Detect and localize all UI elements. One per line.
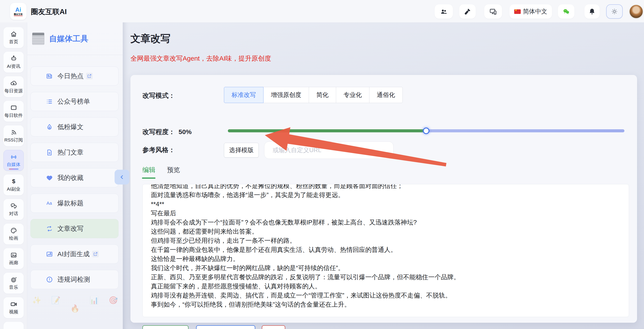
tool-item-viral-titles[interactable]: Aa 爆款标题: [30, 194, 118, 213]
sidebar-collapse-button[interactable]: [114, 170, 129, 185]
clean-button[interactable]: [459, 4, 476, 19]
editor-line: 面对流量诱惑和市场嘈杂，他选择“退一步”，其实是为了能走得更远。: [151, 190, 620, 200]
sidebar-item-label: 每日软件: [4, 112, 23, 118]
newspaper-icon: [46, 73, 53, 80]
dollar-icon: $: [10, 178, 17, 185]
sidebar-item-label: 对话: [9, 211, 18, 217]
sidebar-item-label: 音乐: [9, 284, 18, 290]
editor-line: 鸡排哥会不会成为下一个“拉面哥”？会不会也像无数草根IP那样，被架上高台、又迅速…: [151, 218, 620, 227]
tool-item-label: 爆款标题: [58, 199, 84, 208]
sidebar-item-label: 画廊: [9, 260, 18, 266]
notifications-button[interactable]: [584, 4, 600, 19]
devices-button[interactable]: [484, 4, 502, 19]
cn-flag-icon: [514, 9, 521, 14]
logo-ai-text: Ai: [16, 7, 21, 13]
app-title: 圈友互联AI: [31, 7, 67, 17]
sidebar-item-gallery[interactable]: 画廊: [4, 248, 24, 269]
chevron-left-icon: [119, 174, 125, 180]
style-label: 参考风格：: [142, 146, 175, 154]
editor-line: 正新、西贝、乃至更多明星代言餐饮品牌的跌宕，反复说明了：流量可以引爆一个品牌，但…: [151, 273, 620, 282]
sidebar-item-daily-resources[interactable]: 每日资源: [4, 76, 24, 97]
music-disc-icon: [10, 276, 17, 283]
wechat-icon: [562, 8, 570, 15]
slider-thumb[interactable]: [423, 128, 430, 134]
tool-item-ai-cover[interactable]: AI封面生成: [30, 245, 118, 264]
tool-item-my-favorites[interactable]: 我的收藏: [30, 168, 118, 187]
sidebar-item-label: 每日资源: [4, 88, 23, 94]
custom-url-input[interactable]: [264, 141, 394, 159]
logo-sub-text: 圈友互联: [14, 13, 22, 16]
droplet-icon: [46, 123, 53, 131]
fire-emoji: 🔥: [70, 304, 80, 313]
sidebar-item-label: 绘画: [9, 235, 18, 241]
tool-item-banned-words[interactable]: 违规词检测: [30, 270, 118, 289]
mode-tab-colloquial[interactable]: 通俗化: [369, 87, 403, 103]
tool-item-label: 热门文章: [58, 148, 84, 157]
tool-item-label: 今日热点: [58, 72, 84, 81]
editor-line: 我们这个时代，并不缺爆红一时的网红品牌，缺的是“可持续的信任”。: [151, 263, 620, 273]
mode-tab-standard[interactable]: 标准改写: [224, 87, 264, 103]
tool-item-gzh-ranking[interactable]: 公众号榜单: [30, 92, 118, 111]
theme-toggle-button[interactable]: [606, 4, 623, 19]
sidebar-item-daily-software[interactable]: 每日软件: [4, 101, 24, 122]
sidebar-item-self-media[interactable]: 自媒体: [4, 150, 24, 171]
tools-header: 自媒体工具: [32, 32, 88, 45]
user-avatar[interactable]: [629, 4, 643, 18]
heart-icon: [46, 174, 53, 181]
sidebar-item-more[interactable]: [4, 322, 24, 329]
sidebar-item-home[interactable]: 首页: [4, 27, 24, 48]
external-link-icon: [86, 73, 92, 79]
ai-detect-label: AI浓度检测: [212, 328, 243, 329]
sidebar-item-painting[interactable]: 绘画: [4, 224, 24, 245]
sparkles-emoji: ✨: [32, 296, 41, 313]
tool-item-label: 违规词检测: [58, 275, 90, 284]
editor-line: 但鸡排哥至少已经用行动，走出了一条不一样的路。: [151, 236, 620, 245]
start-rewrite-button[interactable]: 开始改写文章: [142, 325, 188, 329]
article-editor[interactable]: 他清楚地知道，自己真正的优势，不是摊位的规模、粉丝的数量，而是顾客面对面的信任；…: [142, 184, 629, 317]
devices-icon: [490, 8, 497, 15]
top-header: Ai 圈友互联 圈友互联AI 简体中文: [0, 0, 644, 22]
tool-item-low-fan-viral[interactable]: 低粉爆文: [30, 117, 118, 136]
sidebar-item-music[interactable]: 音乐: [4, 273, 24, 294]
palette-icon: [10, 227, 17, 234]
bell-icon: [588, 8, 596, 15]
degree-value: 50%: [178, 128, 192, 135]
editor-content: 他清楚地知道，自己真正的优势，不是摊位的规模、粉丝的数量，而是顾客面对面的信任；…: [151, 184, 620, 309]
wechat-button[interactable]: [558, 4, 574, 19]
memo-emoji: 📝: [51, 296, 60, 313]
select-template-button[interactable]: 选择模版: [224, 143, 259, 158]
sidebar-item-chat[interactable]: 对话: [4, 199, 24, 220]
home-icon: [10, 31, 17, 37]
sidebar-item-ai-news[interactable]: AI资讯: [4, 52, 24, 73]
clear-button[interactable]: 清空: [262, 325, 285, 329]
language-button[interactable]: 简体中文: [510, 4, 552, 19]
sidebar-item-label: 自媒体: [7, 161, 20, 168]
active-tab-underline: [142, 178, 156, 179]
tab-preview[interactable]: 预览: [167, 166, 180, 175]
rss-icon: [10, 129, 17, 136]
tool-item-hot-articles[interactable]: 热门文章: [30, 143, 118, 162]
sidebar-item-rss[interactable]: RSS订阅: [4, 125, 24, 146]
text-aa-icon: Aa: [46, 200, 53, 207]
mode-tab-simplify[interactable]: 简化: [309, 87, 336, 103]
tool-item-article-rewrite[interactable]: 文章改写: [30, 219, 118, 238]
editor-line: 事到如今，“你可以拒绝我，但请别拒绝美味”这句话的含金量还在上升。: [151, 300, 620, 309]
app-logo[interactable]: Ai 圈友互联: [10, 3, 26, 20]
mode-tab-professional[interactable]: 专业化: [336, 87, 370, 103]
chat-bubbles-icon: [10, 203, 17, 210]
ai-detect-button[interactable]: 🔍 AI浓度检测 ▼: [196, 325, 255, 329]
monitor-icon: [10, 104, 17, 111]
sidebar-item-ai-sideline[interactable]: $ AI副业: [4, 175, 24, 195]
mode-tab-enhanced[interactable]: 增强原创度: [263, 87, 309, 103]
language-label: 简体中文: [523, 7, 547, 16]
editor-line: 真正能留下来的，是那些愿意慢慢铺垫、认真对待顾客的人。: [151, 282, 620, 291]
sidebar-item-video[interactable]: 视频: [4, 297, 24, 318]
community-button[interactable]: [434, 4, 453, 19]
tool-item-today-hot[interactable]: 今日热点: [30, 66, 118, 86]
degree-slider[interactable]: [228, 129, 624, 132]
degree-label: 改写程度： 50%: [142, 128, 192, 136]
divider: [27, 55, 123, 55]
robot-icon: [10, 55, 17, 62]
tab-edit[interactable]: 编辑: [142, 166, 156, 175]
video-camera-icon: [10, 301, 17, 308]
